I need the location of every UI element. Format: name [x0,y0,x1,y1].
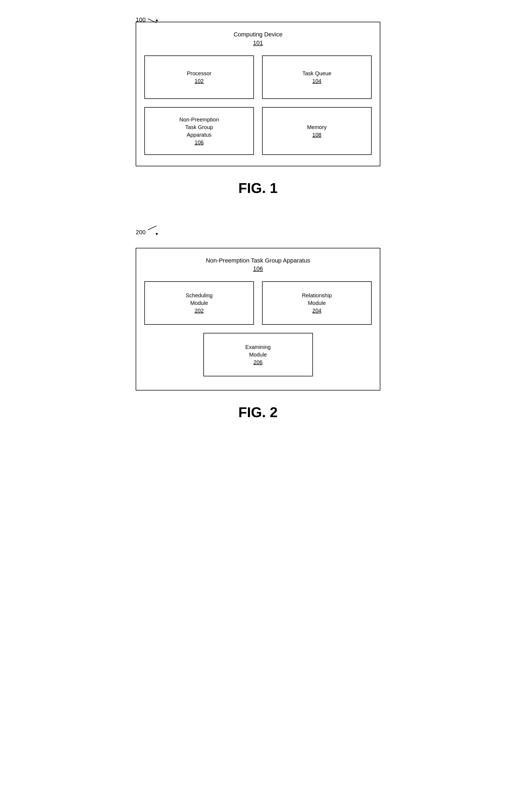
computing-device-label: Computing Device [233,31,283,38]
task-queue-number: 104 [302,77,332,85]
ntga-box: Non-Preemption Task Group Apparatus 106 … [136,248,380,391]
examining-module-line2: Module [249,352,267,358]
fig1-inner-grid: Processor 102 Task Queue 104 Non-Preempt… [144,55,372,155]
scheduling-module-title: Scheduling Module 202 [186,292,212,314]
ntga-bottom-grid: Examining Module 206 [144,333,372,376]
page-container: 100 Computing Device 101 Processor 102 [136,16,380,437]
memory-number: 108 [307,131,326,139]
task-queue-box: Task Queue 104 [262,55,372,99]
fig2-section: 200 Non-Preemption Task Group Apparatus … [136,229,380,437]
relationship-module-line2: Module [308,300,326,306]
memory-box: Memory 108 [262,107,372,155]
computing-device-box: Computing Device 101 Processor 102 Task … [136,22,380,166]
computing-device-number: 101 [144,39,372,47]
ntga-title-line2: 106 [144,265,372,273]
scheduling-module-number: 202 [186,307,212,314]
ntga-title: Non-Preemption Task Group Apparatus 106 [144,257,372,273]
scheduling-module-line2: Module [190,300,208,306]
relationship-module-line1: Relationship [302,292,332,298]
computing-device-title: Computing Device 101 [144,30,372,47]
processor-number: 102 [187,77,211,85]
fig1-section: 100 Computing Device 101 Processor 102 [136,16,380,212]
task-queue-label: Task Queue [302,70,332,76]
examining-module-line1: Examining [245,344,270,350]
examining-module-box: Examining Module 206 [203,333,313,376]
fig2-arrow-icon [148,230,159,235]
non-preemption-line1: Non-Preemption [179,117,219,122]
non-preemption-box: Non-Preemption Task Group Apparatus 106 [144,107,254,155]
examining-module-title: Examining Module 206 [245,343,270,366]
relationship-module-box: Relationship Module 204 [262,281,372,325]
memory-title: Memory 108 [307,123,326,139]
memory-label: Memory [307,124,326,130]
fig2-ref-label: 200 [136,229,159,236]
processor-box: Processor 102 [144,55,254,99]
non-preemption-line2: Task Group [185,124,213,130]
non-preemption-line3: Apparatus [187,132,211,138]
task-queue-title: Task Queue 104 [302,69,332,85]
fig1-label: FIG. 1 [136,180,380,196]
non-preemption-title: Non-Preemption Task Group Apparatus 106 [179,116,219,146]
ntga-top-grid: Scheduling Module 202 Relationship Modul… [144,281,372,325]
examining-module-number: 206 [245,358,270,366]
relationship-module-number: 204 [302,307,332,314]
fig2-label: FIG. 2 [136,404,380,420]
processor-label: Processor [187,70,211,76]
relationship-module-title: Relationship Module 204 [302,292,332,314]
scheduling-module-box: Scheduling Module 202 [144,281,254,325]
non-preemption-number: 106 [179,139,219,146]
fig2-ref-number: 200 [136,229,146,236]
ntga-title-line1: Non-Preemption Task Group Apparatus [206,257,310,264]
fig2-label-area: 200 [136,229,380,242]
processor-title: Processor 102 [187,69,211,85]
scheduling-module-line1: Scheduling [186,292,212,298]
